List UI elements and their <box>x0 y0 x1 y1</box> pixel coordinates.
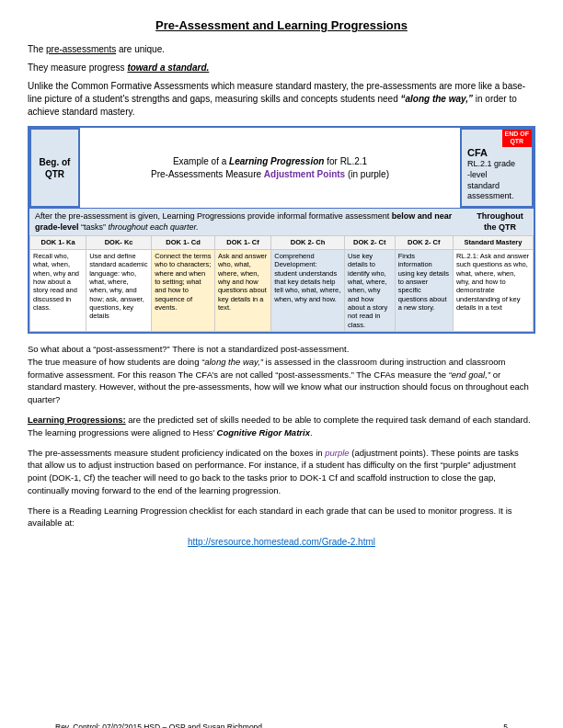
dok-header-7: DOK 2- Cf <box>395 236 453 249</box>
beg-qtr-label: Beg. of QTR <box>29 128 80 208</box>
intro-paragraph-2: They measure progress toward a standard. <box>28 62 535 74</box>
page-title: Pre-Assessment and Learning Progressions <box>28 18 535 32</box>
intro-paragraph-3: Unlike the Common Formative Assessments … <box>28 80 535 119</box>
dok-cell-2: Use and define standard academic languag… <box>86 249 152 331</box>
footer-right: 5 <box>503 722 508 728</box>
learning-progression-box: Beg. of QTR Example of a Learning Progre… <box>28 126 535 334</box>
throughout-label: Throughout the QTR <box>468 211 528 233</box>
dok-table: DOK 1- Ka DOK- Kc DOK 1- Cd DOK 1- Cf DO… <box>29 235 534 332</box>
dok-header-1: DOK 1- Ka <box>30 236 86 249</box>
resource-link[interactable]: http://sresource.homestead.com/Grade-2.h… <box>188 537 375 547</box>
intro-paragraph-1: The pre-assessments are unique. <box>28 43 535 56</box>
lp-para: Learning Progressions: are the predicted… <box>28 414 535 439</box>
dok-cell-7: Finds information using key details to a… <box>395 249 453 331</box>
post-assessment-para: So what about a “post-assessment?” There… <box>28 343 535 406</box>
purple-para: The pre-assessments measure student prof… <box>28 447 535 497</box>
center-info: Example of a Learning Progression for RL… <box>80 128 460 208</box>
link-line: http://sresource.homestead.com/Grade-2.h… <box>28 537 535 547</box>
cfa-box: END OF QTR CFA RL.2.1 grade -level stand… <box>460 128 534 208</box>
formative-bar: After the pre-assessment is given, Learn… <box>29 208 534 235</box>
end-of-qtr-badge: END OF QTR <box>502 130 532 147</box>
dok-header-6: DOK 2- Ct <box>344 236 395 249</box>
footer-left: Rev. Control: 07/02/2015 HSD – OSP and S… <box>55 722 262 728</box>
dok-cell-1: Recall who, what, when, when, why and ho… <box>30 249 86 331</box>
dok-cell-4: Ask and answer who, what, where, when, w… <box>214 249 270 331</box>
dok-header-5: DOK 2- Ch <box>271 236 345 249</box>
dok-cell-8: RL.2.1: Ask and answer such questions as… <box>453 249 533 331</box>
dok-header-8: Standard Mastery <box>453 236 533 249</box>
dok-cell-3: Connect the terms who to characters; whe… <box>152 249 215 331</box>
checklist-para: There is a Reading Learning Progression … <box>28 505 535 530</box>
dok-header-2: DOK- Kc <box>86 236 152 249</box>
dok-cell-6: Use key details to identify who, what, w… <box>344 249 395 331</box>
dok-cell-5: Comprehend Development: student understa… <box>271 249 345 331</box>
dok-header-4: DOK 1- Cf <box>214 236 270 249</box>
footer: Rev. Control: 07/02/2015 HSD – OSP and S… <box>28 722 535 728</box>
dok-header-3: DOK 1- Cd <box>152 236 215 249</box>
